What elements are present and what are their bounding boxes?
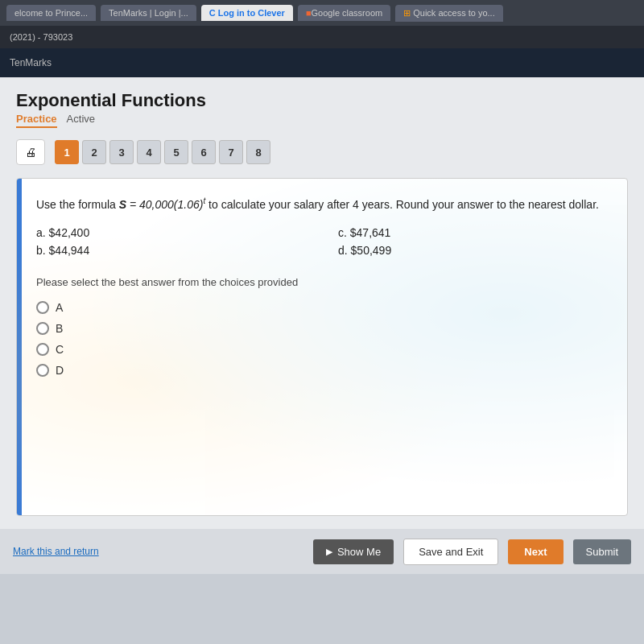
- question-text-part1: Use the formula: [36, 198, 119, 211]
- choice-d: d. $50,499: [338, 244, 608, 257]
- radio-c-label: C: [56, 343, 64, 356]
- nav-number-7[interactable]: 7: [219, 140, 243, 164]
- choice-d-value: $50,499: [351, 244, 392, 257]
- question-text: Use the formula S = 40,000(1.06)t to cal…: [36, 195, 608, 213]
- nav-number-1[interactable]: 1: [55, 140, 79, 164]
- print-icon: 🖨: [25, 146, 36, 159]
- nav-number-5[interactable]: 5: [164, 140, 188, 164]
- mark-return-link[interactable]: Mark this and return: [13, 546, 99, 557]
- select-prompt: Please select the best answer from the c…: [36, 276, 608, 288]
- tab-google[interactable]: ■Google classroom: [298, 5, 390, 21]
- main-content: Exponential Functions Practice Active 🖨 …: [0, 77, 644, 529]
- action-bar: Mark this and return Show Me Save and Ex…: [0, 529, 644, 574]
- print-button[interactable]: 🖨: [16, 139, 45, 165]
- breadcrumb-active: Active: [67, 113, 95, 128]
- choice-d-label: d.: [338, 244, 351, 257]
- tab-quick[interactable]: ⊞ Quick access to yo...: [395, 5, 503, 22]
- choice-c-value: $47,641: [350, 226, 391, 239]
- radio-b-label: B: [56, 322, 63, 335]
- tab-tenmarks[interactable]: TenMarks | Login |...: [101, 5, 196, 21]
- choice-a-value: $42,400: [49, 226, 90, 239]
- choice-b-label: b.: [36, 244, 49, 257]
- radio-c-circle[interactable]: [36, 343, 49, 356]
- choice-a: a. $42,400: [36, 226, 306, 239]
- question-card: Use the formula S = 40,000(1.06)t to cal…: [16, 178, 628, 516]
- question-text-part2: to calculate your salary after 4 years. …: [208, 198, 599, 211]
- radio-option-c[interactable]: C: [36, 343, 608, 356]
- nav-number-8[interactable]: 8: [246, 140, 270, 164]
- formula: S = 40,000(1.06)t: [119, 198, 205, 211]
- choices-grid: a. $42,400 c. $47,641 b. $44,944 d. $50,…: [36, 226, 608, 257]
- submit-button[interactable]: Submit: [573, 539, 631, 564]
- tab-welcome[interactable]: elcome to Prince...: [6, 5, 96, 21]
- save-exit-button[interactable]: Save and Exit: [403, 539, 498, 565]
- choice-b: b. $44,944: [36, 244, 306, 257]
- choice-c-label: c.: [338, 226, 350, 239]
- next-button[interactable]: Next: [508, 539, 563, 564]
- breadcrumb-practice[interactable]: Practice: [16, 113, 57, 128]
- choice-a-label: a.: [36, 226, 49, 239]
- breadcrumb: Practice Active: [16, 113, 628, 128]
- app-header: TenMarks: [0, 48, 644, 77]
- radio-d-circle[interactable]: [36, 364, 49, 377]
- show-me-button[interactable]: Show Me: [313, 539, 394, 564]
- nav-number-6[interactable]: 6: [192, 140, 216, 164]
- app-header-text: TenMarks: [10, 57, 52, 68]
- radio-b-circle[interactable]: [36, 322, 49, 335]
- nav-number-4[interactable]: 4: [137, 140, 161, 164]
- address-text: (2021) - 793023: [10, 32, 72, 42]
- nav-number-2[interactable]: 2: [82, 140, 106, 164]
- address-bar: (2021) - 793023: [0, 26, 644, 48]
- radio-a-label: A: [56, 301, 63, 314]
- radio-a-circle[interactable]: [36, 301, 49, 314]
- question-nav: 🖨 1 2 3 4 5 6 7 8: [16, 139, 628, 165]
- left-accent: [17, 179, 22, 515]
- browser-tab-bar: elcome to Prince... TenMarks | Login |..…: [0, 0, 644, 26]
- tab-clever[interactable]: C Log in to Clever: [201, 5, 293, 21]
- choice-c: c. $47,641: [338, 226, 608, 239]
- radio-option-b[interactable]: B: [36, 322, 608, 335]
- radio-options: A B C D: [36, 301, 608, 377]
- radio-option-d[interactable]: D: [36, 364, 608, 377]
- radio-option-a[interactable]: A: [36, 301, 608, 314]
- nav-number-3[interactable]: 3: [109, 140, 134, 164]
- radio-d-label: D: [56, 364, 64, 377]
- page-title: Exponential Functions: [16, 90, 628, 111]
- choice-b-value: $44,944: [49, 244, 90, 257]
